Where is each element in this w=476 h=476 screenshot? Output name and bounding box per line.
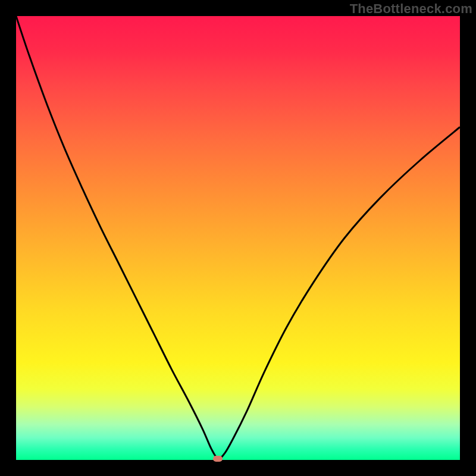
plot-area	[16, 16, 460, 460]
chart-container: TheBottleneck.com	[0, 0, 476, 476]
watermark-text: TheBottleneck.com	[350, 1, 472, 17]
bottleneck-curve	[16, 16, 460, 460]
optimum-marker	[213, 456, 223, 462]
curve-path	[16, 16, 460, 459]
